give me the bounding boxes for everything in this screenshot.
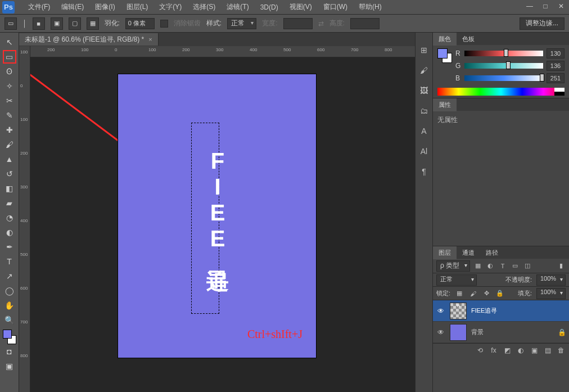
layer-row[interactable]: 👁 F FIEE追寻 [433, 300, 569, 322]
tool-path-select[interactable]: ↗ [3, 269, 16, 283]
tool-pen[interactable]: ✒ [3, 240, 16, 254]
menu-image[interactable]: 图像(I) [89, 0, 120, 14]
tool-heal[interactable]: ✚ [3, 123, 16, 137]
slider-g[interactable] [464, 63, 543, 69]
layer-row[interactable]: 👁 背景 🔒 [433, 322, 569, 343]
value-g[interactable]: 136 [547, 61, 565, 71]
menu-window[interactable]: 窗口(W) [318, 0, 353, 14]
tab-properties[interactable]: 属性 [433, 98, 457, 111]
filter-shape-icon[interactable]: ▭ [511, 262, 520, 271]
document-tab-close-icon[interactable]: × [148, 36, 152, 43]
tool-history-brush[interactable]: ↺ [3, 167, 16, 181]
tool-dodge[interactable]: ◐ [3, 226, 16, 239]
selection-mode-new[interactable]: ■ [33, 17, 45, 30]
group-icon[interactable]: ▣ [530, 346, 539, 355]
filter-toggle[interactable]: ▮ [557, 262, 566, 271]
menu-file[interactable]: 文件(F) [22, 0, 56, 14]
tab-color[interactable]: 颜色 [433, 33, 457, 46]
layer-filter-kind[interactable]: ρ 类型 [436, 260, 470, 272]
filter-adjust-icon[interactable]: ◐ [486, 262, 495, 271]
layer-name[interactable]: FIEE追寻 [471, 307, 566, 315]
panel-icon-5[interactable]: A [418, 125, 430, 137]
fill-value[interactable]: 100% [536, 288, 566, 299]
tool-clone[interactable]: ▲ [3, 152, 16, 166]
tool-eyedropper[interactable]: ✎ [3, 109, 16, 122]
tool-screenmode[interactable]: ▣ [3, 359, 16, 373]
tool-move[interactable]: ↖ [3, 35, 16, 49]
blend-mode-combo[interactable]: 正常 [436, 274, 477, 286]
refine-edge-button[interactable]: 调整边缘... [520, 17, 565, 30]
spectrum-bar[interactable] [437, 88, 565, 96]
panel-icon-7[interactable]: ¶ [418, 165, 430, 178]
window-maximize[interactable]: □ [538, 0, 553, 12]
panel-icon-1[interactable]: ⊞ [418, 44, 430, 56]
tool-eraser[interactable]: ◧ [3, 182, 16, 195]
panel-icon-3[interactable]: 🖼 [418, 84, 430, 97]
tool-magic-wand[interactable]: ✧ [3, 79, 16, 93]
link-layers-icon[interactable]: ⟲ [476, 346, 485, 355]
visibility-icon[interactable]: 👁 [436, 328, 445, 336]
tool-hand[interactable]: ✋ [3, 299, 16, 312]
canvas[interactable]: FIEE追寻 Ctrl+shIft+J [30, 57, 415, 392]
style-combo[interactable]: 正常 [227, 18, 256, 29]
adjustment-layer-icon[interactable]: ◐ [516, 346, 525, 355]
selection-mode-add[interactable]: ▣ [51, 17, 63, 30]
panel-icon-2[interactable]: 🖌 [418, 64, 430, 76]
panel-icon-6[interactable]: Al [418, 145, 430, 157]
menu-select[interactable]: 选择(S) [187, 0, 221, 14]
tab-paths[interactable]: 路径 [480, 246, 504, 259]
selection-mode-subtract[interactable]: ▢ [69, 17, 81, 30]
layers-footer: ⟲ fx ◩ ◐ ▣ ▤ 🗑 [433, 343, 569, 357]
antialias-label: 消除锯齿 [174, 19, 201, 28]
feather-input[interactable] [125, 18, 155, 29]
lock-trans-icon[interactable]: ▦ [455, 289, 464, 298]
tool-quickmask[interactable]: ◘ [3, 345, 16, 358]
slider-b[interactable] [464, 75, 543, 81]
menu-view[interactable]: 视图(V) [284, 0, 318, 14]
tool-zoom[interactable]: 🔍 [3, 313, 16, 327]
menu-edit[interactable]: 编辑(E) [56, 0, 89, 14]
tool-lasso[interactable]: ʘ [3, 65, 16, 78]
lock-paint-icon[interactable]: 🖌 [468, 289, 477, 298]
tab-layers[interactable]: 图层 [433, 246, 457, 259]
tab-swatches[interactable]: 色板 [457, 33, 480, 46]
tool-gradient[interactable]: ▰ [3, 196, 16, 210]
slider-r[interactable] [464, 51, 543, 56]
menu-help[interactable]: 帮助(H) [353, 0, 387, 14]
window-close[interactable]: ✕ [553, 0, 569, 12]
lock-all-icon[interactable]: 🔒 [495, 289, 504, 298]
color-swatch-pair[interactable] [437, 48, 452, 63]
tool-type[interactable]: T [3, 255, 16, 268]
window-minimize[interactable]: — [522, 0, 538, 12]
layer-style-icon[interactable]: fx [489, 346, 498, 355]
tool-crop[interactable]: ✂ [3, 94, 16, 107]
tab-channels[interactable]: 通道 [457, 246, 480, 259]
filter-type-icon[interactable]: T [498, 262, 507, 271]
tool-swatches[interactable] [3, 330, 16, 344]
document-tab[interactable]: 未标题-1 @ 60.6% (FIEE追寻, RGB/8) * × [19, 33, 159, 46]
selection-mode-intersect[interactable]: ▦ [87, 17, 99, 30]
layer-mask-icon[interactable]: ◩ [503, 346, 512, 355]
lock-label: 锁定: [436, 289, 450, 298]
new-layer-icon[interactable]: ▤ [543, 346, 552, 355]
tool-blur[interactable]: ◔ [3, 211, 16, 224]
opacity-value[interactable]: 100% [536, 274, 566, 286]
value-r[interactable]: 130 [547, 48, 565, 58]
delete-layer-icon[interactable]: 🗑 [557, 346, 566, 355]
tool-marquee[interactable]: ▭ [3, 50, 16, 64]
filter-pixel-icon[interactable]: ▦ [473, 262, 482, 271]
current-tool-icon[interactable]: ▭ [4, 17, 17, 30]
value-b[interactable]: 251 [547, 73, 565, 83]
menu-type[interactable]: 文字(Y) [153, 0, 187, 14]
menu-layer[interactable]: 图层(L) [121, 0, 154, 14]
filter-smart-icon[interactable]: ◫ [523, 262, 532, 271]
antialias-checkbox[interactable] [160, 20, 168, 28]
menu-filter[interactable]: 滤镜(T) [221, 0, 254, 14]
layer-name[interactable]: 背景 [471, 328, 553, 336]
lock-pos-icon[interactable]: ✥ [482, 289, 491, 298]
panel-icon-4[interactable]: 🗂 [418, 105, 430, 117]
tool-brush[interactable]: 🖌 [3, 138, 16, 151]
visibility-icon[interactable]: 👁 [436, 307, 445, 315]
tool-shape[interactable]: ◯ [3, 284, 16, 298]
menu-3d[interactable]: 3D(D) [255, 1, 284, 13]
